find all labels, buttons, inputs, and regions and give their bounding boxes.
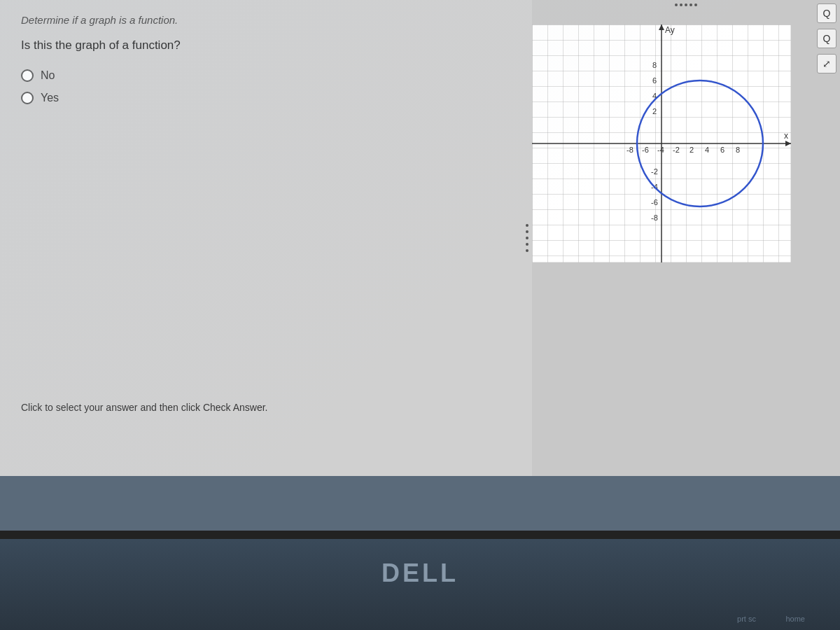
svg-text:-6: -6 [651,198,658,206]
svg-text:8: 8 [736,146,740,154]
svg-text:-6: -6 [642,146,649,154]
dot-1 [526,224,528,227]
svg-text:2: 2 [652,107,657,115]
dot-3 [526,237,528,239]
svg-text:-8: -8 [626,146,634,154]
svg-text:-8: -8 [651,214,658,222]
coordinate-graph: -8 -6 -4 -2 2 4 6 8 8 6 4 2 -2 -4 -6 -8 … [532,24,791,262]
instruction-text: Click to select your answer and then cli… [21,402,268,413]
zoom-icon[interactable]: Q [817,4,836,23]
right-panel: Q Q ⤢ [532,0,840,476]
svg-text:4: 4 [705,146,709,154]
svg-text:6: 6 [720,146,724,154]
svg-text:8: 8 [652,61,657,69]
option-no-label: No [41,69,55,82]
left-panel: Determine if a graph is a function. Is t… [0,0,532,476]
answer-options: No Yes [21,69,511,104]
svg-text:-2: -2 [673,146,680,154]
question-header: Determine if a graph is a function. [21,14,511,26]
graph-icons: Q Q ⤢ [817,4,836,74]
svg-text:6: 6 [652,76,657,85]
question-title: Is this the graph of a function? [21,38,511,52]
svg-text:x: x [784,131,788,141]
radio-no[interactable] [21,69,34,82]
search-icon[interactable]: Q [817,29,836,48]
laptop-hinge [0,531,840,539]
option-no[interactable]: No [21,69,511,82]
dot-4 [526,243,528,246]
top-dots [675,4,697,6]
home-key: home [785,615,805,623]
dell-logo: DELL [382,559,458,588]
svg-text:-4: -4 [657,146,664,154]
dot-2 [526,230,528,233]
option-yes[interactable]: Yes [21,92,511,104]
prt-sc-key: prt sc [737,615,756,623]
option-yes-label: Yes [41,92,59,104]
svg-text:2: 2 [690,146,694,154]
radio-yes[interactable] [21,92,34,104]
dot-5 [526,249,528,252]
svg-text:Ay: Ay [665,25,675,35]
svg-text:-2: -2 [651,167,658,176]
laptop-bottom: DELL prt sc home [0,539,840,630]
panel-divider [522,224,532,252]
expand-icon[interactable]: ⤢ [817,54,836,74]
